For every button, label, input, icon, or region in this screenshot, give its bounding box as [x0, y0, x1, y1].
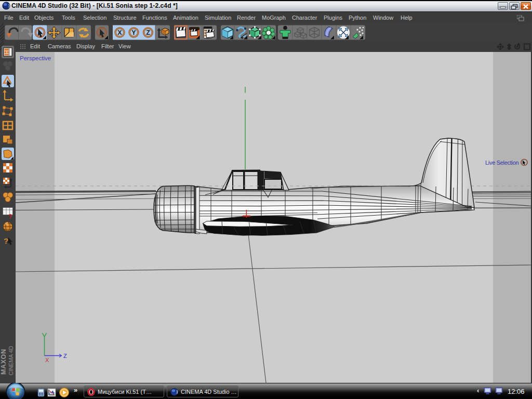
svg-text:Y: Y — [131, 29, 136, 36]
svg-text:A: A — [50, 390, 54, 395]
svg-text:X: X — [45, 357, 49, 363]
svg-text:?: ? — [8, 213, 12, 220]
svg-text:?: ? — [4, 236, 8, 245]
svg-text:Live Selection: Live Selection — [485, 159, 518, 166]
svg-text:Perspective: Perspective — [20, 55, 51, 61]
svg-text:X: X — [117, 29, 122, 36]
svg-text:Z: Z — [146, 29, 150, 36]
svg-text:Z: Z — [63, 353, 67, 359]
